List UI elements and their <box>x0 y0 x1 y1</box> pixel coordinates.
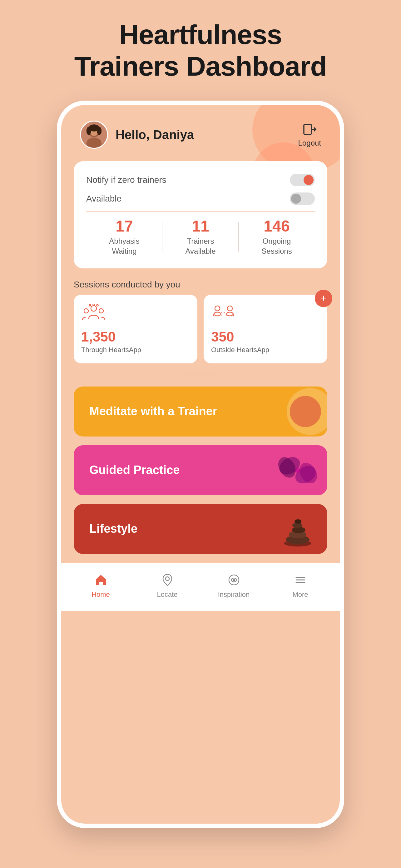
nav-more-label: More <box>292 591 308 599</box>
svg-point-13 <box>93 304 95 306</box>
svg-point-10 <box>84 309 89 313</box>
header-left: Hello, Daniya <box>80 121 194 149</box>
logout-icon <box>302 122 317 137</box>
svg-point-31 <box>233 579 235 581</box>
stats-row: 17 AbhyasisWaiting 11 TrainersAvailable … <box>86 218 315 256</box>
session-cards-container: 1,350 Through HeartsApp + <box>74 294 327 363</box>
app-header: Hello, Daniya Logout <box>61 105 340 158</box>
nav-locate-label: Locate <box>157 591 177 599</box>
logout-label: Logout <box>298 139 321 148</box>
group-icon <box>81 304 106 323</box>
svg-point-22 <box>295 468 300 473</box>
svg-point-5 <box>87 127 91 135</box>
outside-icon <box>211 304 320 329</box>
logout-button[interactable]: Logout <box>298 122 321 148</box>
avatar-image <box>81 121 107 149</box>
svg-point-12 <box>89 304 91 306</box>
locate-svg <box>161 573 174 587</box>
svg-point-11 <box>99 309 103 313</box>
outside-label: Outside HeartsApp <box>211 346 320 354</box>
sessions-number: 146 <box>239 218 315 235</box>
outside-number: 350 <box>211 329 320 345</box>
svg-point-29 <box>166 577 169 581</box>
trainers-label: TrainersAvailable <box>162 236 239 256</box>
pinwheel-icon <box>277 450 318 491</box>
greeting-text: Hello, Daniya <box>115 128 194 142</box>
svg-point-9 <box>91 306 97 311</box>
page-title: Heartfulness Trainers Dashboard <box>74 19 327 82</box>
more-icon <box>292 572 308 588</box>
abhyasis-number: 17 <box>86 218 162 235</box>
pinwheel-decoration <box>277 450 318 491</box>
svg-point-16 <box>227 306 232 311</box>
heartsapp-number: 1,350 <box>81 329 190 345</box>
abhyasis-label: AbhyasisWaiting <box>86 236 162 256</box>
meditation-pair-icon <box>211 304 236 323</box>
heartsapp-label: Through HeartsApp <box>81 346 190 354</box>
nav-home[interactable]: Home <box>67 572 134 599</box>
lifestyle-card[interactable]: Lifestyle <box>74 504 327 554</box>
available-toggle[interactable] <box>290 192 315 205</box>
phone-shell: Hello, Daniya Logout Notify if zero trai… <box>57 101 344 828</box>
add-outside-button[interactable]: + <box>315 290 332 307</box>
available-row: Available <box>86 192 315 205</box>
home-svg <box>94 573 108 587</box>
nav-locate[interactable]: Locate <box>134 572 201 599</box>
notify-row: Notify if zero trainers <box>86 174 315 186</box>
svg-rect-7 <box>304 124 311 134</box>
stones-icon <box>280 509 315 547</box>
trainers-number: 11 <box>162 218 239 235</box>
locate-icon <box>159 572 175 588</box>
available-label: Available <box>86 194 122 204</box>
avatar <box>80 121 108 149</box>
lifestyle-label: Lifestyle <box>89 522 137 535</box>
meditate-decoration <box>271 386 327 436</box>
stones-decoration <box>280 509 315 548</box>
nav-inspiration-label: Inspiration <box>218 591 250 599</box>
home-icon <box>93 572 109 588</box>
notify-label: Notify if zero trainers <box>86 175 166 185</box>
nav-more[interactable]: More <box>267 572 334 599</box>
svg-point-28 <box>295 519 301 524</box>
bottom-nav: Home Locate <box>61 563 340 611</box>
guided-label: Guided Practice <box>89 463 179 477</box>
sessions-label: OngoingSessions <box>239 236 315 256</box>
meditate-card[interactable]: Meditate with a Trainer <box>74 386 327 436</box>
svg-point-15 <box>215 306 220 311</box>
guided-card[interactable]: Guided Practice <box>74 445 327 495</box>
nav-home-label: Home <box>92 591 110 599</box>
stat-abhyasis: 17 AbhyasisWaiting <box>86 218 162 256</box>
inspiration-icon <box>226 572 242 588</box>
stats-card: Notify if zero trainers Available 17 Abh… <box>74 161 327 268</box>
more-svg <box>294 573 307 587</box>
notify-toggle[interactable] <box>290 174 315 186</box>
stat-sessions: 146 OngoingSessions <box>239 218 315 256</box>
svg-point-26 <box>292 527 305 533</box>
heartsapp-icon <box>81 304 190 329</box>
nav-inspiration[interactable]: Inspiration <box>201 572 267 599</box>
meditate-label: Meditate with a Trainer <box>89 405 218 418</box>
plus-icon: + <box>321 293 327 303</box>
circle-deco-inner <box>290 396 321 427</box>
session-card-heartsapp: 1,350 Through HeartsApp <box>74 294 197 363</box>
section-divider <box>74 375 327 375</box>
svg-point-14 <box>97 304 98 306</box>
inspiration-svg <box>227 573 241 587</box>
svg-point-6 <box>97 127 101 135</box>
session-card-outside: + 350 <box>204 294 327 363</box>
svg-point-2 <box>87 138 102 149</box>
divider <box>86 211 315 212</box>
sessions-section-label: Sessions conducted by you <box>74 280 327 290</box>
stat-trainers: 11 TrainersAvailable <box>162 218 239 256</box>
